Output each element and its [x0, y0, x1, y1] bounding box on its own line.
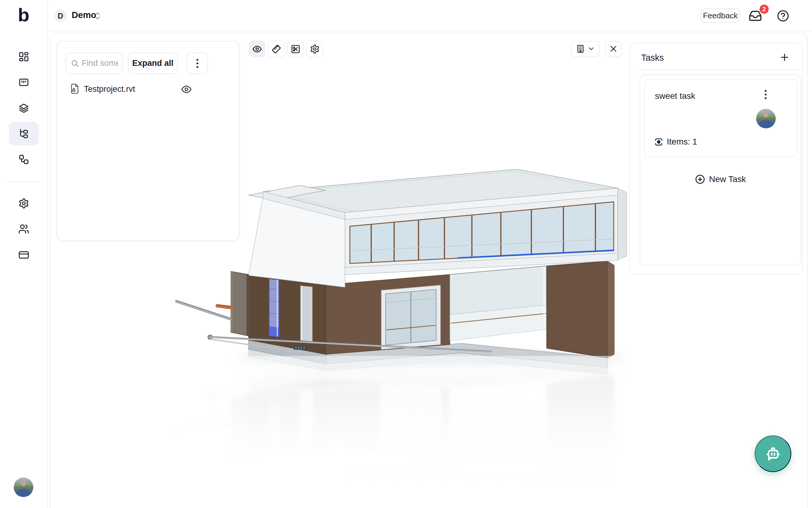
search-icon — [71, 59, 79, 68]
search-input-wrap[interactable] — [66, 52, 123, 74]
visibility-tool-button[interactable] — [249, 41, 266, 57]
workflow-icon — [18, 154, 29, 165]
ruler-icon — [272, 44, 281, 54]
tasks-list: sweet task Items: 1 New Task — [640, 74, 801, 265]
board-icon — [18, 77, 29, 88]
sidebar-item-layers[interactable] — [9, 96, 39, 120]
tasks-panel: Tasks sweet task Items: 1 — [629, 43, 803, 275]
add-task-button[interactable] — [779, 52, 790, 63]
model-tree-panel: Expand all Testproject.rvt — [56, 41, 239, 241]
plus-circle-icon — [695, 174, 705, 184]
file-name: Testproject.rvt — [84, 84, 135, 94]
plus-icon — [779, 52, 790, 63]
project-name: Demo — [72, 10, 96, 20]
gear-icon — [310, 44, 320, 54]
file-document-icon — [69, 83, 80, 94]
user-avatar[interactable] — [14, 477, 33, 497]
close-viewer-button[interactable] — [605, 41, 621, 57]
sidebar-item-workflow[interactable] — [9, 147, 39, 171]
task-card[interactable]: sweet task Items: 1 — [644, 79, 798, 157]
sidebar-item-settings[interactable] — [9, 192, 39, 215]
new-task-label: New Task — [709, 174, 746, 184]
project-switcher[interactable] — [93, 11, 102, 20]
task-items-count: Items: 1 — [654, 137, 697, 147]
task-items-label: Items: 1 — [667, 137, 697, 147]
chevron-down-icon — [587, 45, 595, 52]
robot-chat-icon — [764, 444, 782, 463]
sidebar-item-members[interactable] — [9, 217, 39, 241]
search-input[interactable] — [82, 58, 118, 68]
tree-icon — [18, 128, 29, 139]
tasks-title: Tasks — [641, 53, 664, 63]
inbox-unread-badge: 2 — [759, 4, 770, 15]
new-task-button[interactable]: New Task — [640, 172, 801, 186]
model-3d-building — [171, 159, 647, 507]
sidebar-item-dashboard[interactable] — [9, 45, 39, 69]
credit-card-icon — [18, 249, 29, 260]
sidebar-item-model-tree[interactable] — [9, 122, 39, 145]
sidebar-item-billing[interactable] — [9, 243, 39, 267]
kebab-icon — [196, 59, 198, 68]
chevrons-up-down-icon — [93, 11, 102, 20]
brand-logo: b — [0, 5, 47, 25]
tasks-divider — [640, 70, 801, 70]
section-scissors-icon — [291, 44, 300, 54]
close-icon — [609, 45, 618, 53]
gear-icon — [18, 198, 29, 209]
help-circle-icon — [777, 10, 789, 22]
feedback-button[interactable]: Feedback — [701, 8, 740, 23]
chat-assistant-button[interactable] — [755, 435, 791, 472]
tree-file-row[interactable]: Testproject.rvt — [57, 81, 240, 98]
app-root: b — [0, 0, 812, 508]
file-visibility-toggle[interactable] — [181, 84, 193, 95]
project-initial-chip: D — [54, 9, 67, 22]
top-header: D Demo Feedback 2 — [48, 0, 812, 31]
eye-icon — [252, 44, 262, 54]
layers-icon — [18, 103, 29, 114]
model-views-dropdown[interactable] — [571, 41, 600, 57]
layout-dashboard-icon — [18, 51, 29, 62]
viewer-settings-button[interactable] — [306, 41, 323, 57]
help-button[interactable] — [777, 10, 789, 22]
sidebar: b — [0, 0, 48, 508]
task-menu-button[interactable] — [765, 90, 767, 99]
section-tool-button[interactable] — [287, 41, 304, 57]
tree-menu-button[interactable] — [187, 52, 208, 74]
items-scan-icon — [654, 137, 663, 147]
sidebar-item-boards[interactable] — [9, 71, 39, 94]
measure-tool-button[interactable] — [268, 41, 285, 57]
task-title: sweet task — [655, 91, 695, 101]
expand-all-button[interactable]: Expand all — [128, 52, 178, 74]
task-assignee-avatar[interactable] — [756, 109, 776, 128]
building-icon — [576, 44, 585, 53]
users-icon — [18, 223, 29, 235]
sidebar-divider — [7, 181, 40, 182]
